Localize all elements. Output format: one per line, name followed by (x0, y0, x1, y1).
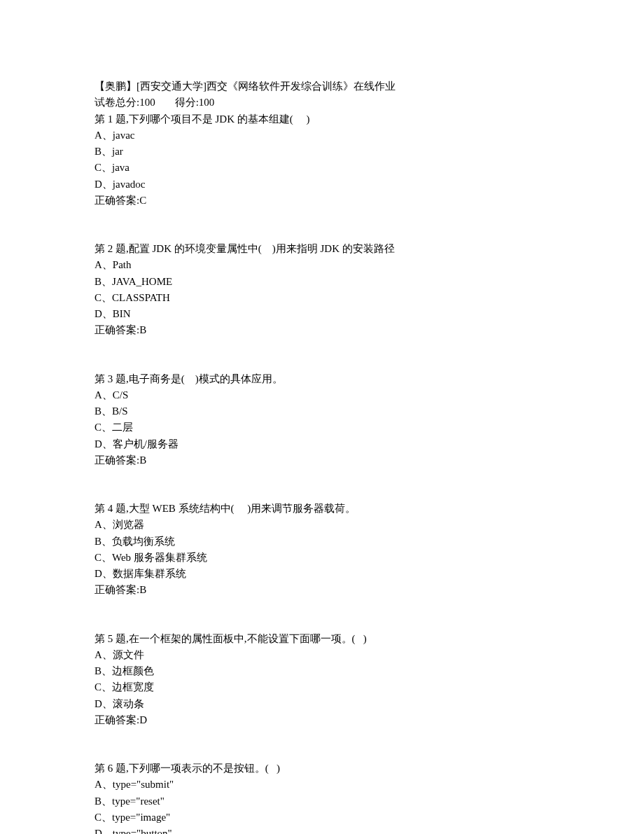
question-option: C、边框宽度 (94, 679, 550, 695)
question-option: A、浏览器 (94, 517, 550, 533)
question-4: 第 4 题,大型 WEB 系统结构中( )用来调节服务器载荷。 A、浏览器 B、… (94, 501, 550, 599)
document-title: 【奥鹏】[西安交通大学]西交《网络软件开发综合训练》在线作业 (94, 78, 550, 95)
score-line: 试卷总分:100得分:100 (94, 95, 550, 111)
question-5: 第 5 题,在一个框架的属性面板中,不能设置下面哪一项。( ) A、源文件 B、… (94, 631, 550, 729)
total-score: 试卷总分:100 (94, 97, 155, 108)
question-option: D、type="button" (94, 826, 550, 834)
question-answer: 正确答案:B (94, 582, 550, 598)
question-option: B、jar (94, 144, 550, 160)
spacer (94, 728, 550, 760)
question-1: 第 1 题,下列哪个项目不是 JDK 的基本组建( ) A、javac B、ja… (94, 111, 550, 209)
question-option: A、Path (94, 257, 550, 273)
question-option: A、type="submit" (94, 777, 550, 793)
question-answer: 正确答案:B (94, 452, 550, 468)
question-option: B、负载均衡系统 (94, 534, 550, 550)
question-option: C、CLASSPATH (94, 290, 550, 306)
question-option: C、type="image" (94, 809, 550, 826)
spacer (94, 209, 550, 241)
got-score: 得分:100 (175, 97, 215, 108)
question-stem: 第 4 题,大型 WEB 系统结构中( )用来调节服务器载荷。 (94, 501, 550, 517)
question-6: 第 6 题,下列哪一项表示的不是按钮。( ) A、type="submit" B… (94, 760, 550, 834)
spacer (94, 339, 550, 371)
spacer (94, 468, 550, 501)
question-stem: 第 1 题,下列哪个项目不是 JDK 的基本组建( ) (94, 111, 550, 127)
question-stem: 第 3 题,电子商务是( )模式的具体应用。 (94, 371, 550, 387)
question-option: B、JAVA_HOME (94, 274, 550, 290)
question-option: C、二层 (94, 419, 550, 436)
question-answer: 正确答案:C (94, 193, 550, 209)
spacer (94, 599, 550, 631)
question-answer: 正确答案:D (94, 712, 550, 728)
question-option: D、数据库集群系统 (94, 566, 550, 582)
question-option: D、滚动条 (94, 696, 550, 712)
question-option: C、java (94, 160, 550, 176)
question-option: A、C/S (94, 387, 550, 403)
question-option: B、type="reset" (94, 793, 550, 809)
question-answer: 正确答案:B (94, 322, 550, 338)
question-option: D、客户机/服务器 (94, 436, 550, 452)
question-option: B、边框颜色 (94, 663, 550, 679)
question-stem: 第 5 题,在一个框架的属性面板中,不能设置下面哪一项。( ) (94, 631, 550, 647)
question-3: 第 3 题,电子商务是( )模式的具体应用。 A、C/S B、B/S C、二层 … (94, 371, 550, 469)
question-stem: 第 6 题,下列哪一项表示的不是按钮。( ) (94, 760, 550, 777)
question-option: A、javac (94, 127, 550, 144)
question-option: A、源文件 (94, 647, 550, 663)
question-option: B、B/S (94, 403, 550, 419)
question-option: D、BIN (94, 306, 550, 322)
question-option: C、Web 服务器集群系统 (94, 550, 550, 566)
question-stem: 第 2 题,配置 JDK 的环境变量属性中( )用来指明 JDK 的安装路径 (94, 241, 550, 257)
question-2: 第 2 题,配置 JDK 的环境变量属性中( )用来指明 JDK 的安装路径 A… (94, 241, 550, 339)
question-option: D、javadoc (94, 176, 550, 193)
